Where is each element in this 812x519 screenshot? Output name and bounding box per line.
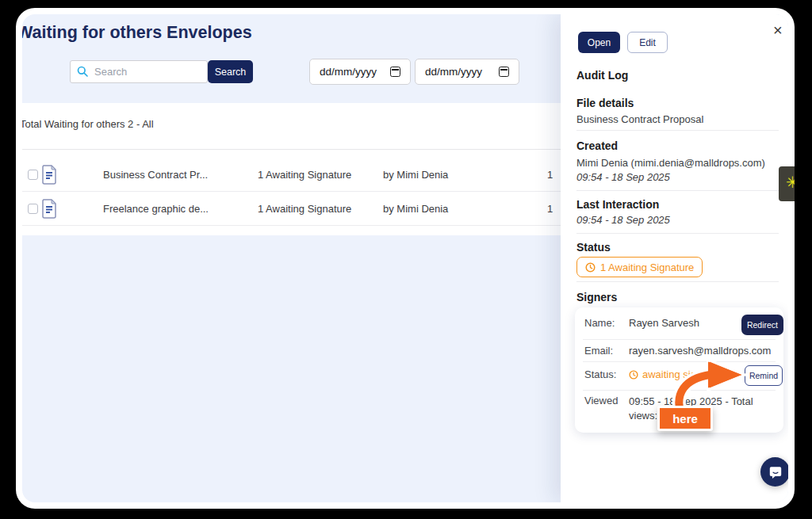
last-interaction-time: 09:54 - 18 Sep 2025	[576, 214, 670, 226]
divider	[576, 190, 779, 191]
here-annotation: here	[657, 406, 713, 431]
envelope-owner: by Mimi Denia	[383, 158, 448, 192]
screenshot-canvas: Waiting for others Envelopes Search dd/m…	[0, 0, 812, 519]
app-window: Waiting for others Envelopes Search dd/m…	[16, 8, 795, 509]
chat-widget-button[interactable]	[760, 457, 788, 487]
envelope-status: 1 Awaiting Signature	[258, 192, 351, 226]
total-count-label: Total Waiting for others 2 - All	[22, 118, 154, 130]
divider	[576, 233, 779, 234]
document-icon	[41, 199, 57, 219]
open-button[interactable]: Open	[578, 32, 620, 53]
last-interaction-heading: Last Interaction	[576, 198, 659, 211]
row-checkbox[interactable]	[28, 170, 38, 180]
date-to-input[interactable]: dd/mm/yyyy	[415, 59, 519, 85]
calendar-icon	[499, 67, 509, 77]
signer-email: rayen.sarvesh@malldrops.com	[629, 345, 771, 357]
created-time: 09:54 - 18 Sep 2025	[576, 171, 670, 183]
signers-heading: Signers	[576, 291, 617, 303]
created-heading: Created	[576, 139, 618, 152]
envelope-count: 1	[547, 158, 553, 192]
redirect-button[interactable]: Redirect	[741, 315, 783, 335]
signer-name: Rayen Sarvesh	[629, 317, 699, 329]
status-badge: 1 Awaiting Signature	[576, 257, 703, 277]
envelope-owner: by Mimi Denia	[383, 192, 448, 226]
document-icon	[41, 165, 57, 185]
file-name: Business Contract Proposal	[576, 113, 703, 125]
audit-log-title: Audit Log	[576, 69, 628, 82]
signer-email-row: Email: rayen.sarvesh@malldrops.com	[575, 339, 783, 361]
row-checkbox[interactable]	[28, 204, 38, 214]
name-label: Name:	[584, 317, 615, 329]
search-input[interactable]	[70, 60, 208, 83]
search-icon	[77, 66, 88, 77]
remind-button[interactable]: Remind	[745, 365, 783, 386]
date-from-placeholder: dd/mm/yyyy	[320, 66, 377, 78]
envelope-name: Freelance graphic de...	[103, 192, 209, 226]
date-from-input[interactable]: dd/mm/yyyy	[309, 59, 411, 85]
clock-icon	[585, 262, 596, 273]
search-field-wrap	[70, 60, 208, 83]
calendar-icon	[390, 67, 400, 77]
clock-icon	[629, 370, 638, 380]
edit-button[interactable]: Edit	[627, 32, 668, 53]
signer-name-row: Name: Rayen Sarvesh Redirect	[575, 307, 783, 339]
divider	[576, 130, 779, 131]
feedback-widget-tab[interactable]: ✳	[779, 166, 795, 201]
envelope-count: 1	[547, 192, 553, 226]
date-to-placeholder: dd/mm/yyyy	[425, 66, 482, 78]
signer-status-label: awaiting signature	[642, 368, 726, 380]
status-heading: Status	[576, 241, 611, 254]
file-details-heading: File details	[576, 97, 634, 109]
envelopes-page: Waiting for others Envelopes Search dd/m…	[22, 14, 788, 502]
status-badge-label: 1 Awaiting Signature	[600, 261, 694, 273]
divider	[576, 281, 779, 282]
status-label: Status:	[584, 368, 616, 380]
email-label: Email:	[584, 345, 613, 357]
envelope-status: 1 Awaiting Signature	[258, 158, 351, 192]
viewed-label: Viewed	[584, 395, 618, 406]
page-title: Waiting for others Envelopes	[22, 23, 252, 43]
audit-log-panel: Open Edit × Audit Log File details Busin…	[561, 14, 788, 502]
created-by: Mimi Denia (mimi.denia@malldrops.com)	[576, 157, 765, 169]
signer-status: awaiting signature	[629, 368, 726, 380]
envelope-name: Business Contract Pr...	[103, 158, 208, 192]
chat-bubble-icon	[768, 465, 783, 479]
feedback-star-icon: ✳	[786, 174, 795, 190]
search-button[interactable]: Search	[208, 60, 253, 83]
close-icon[interactable]: ×	[773, 22, 783, 38]
